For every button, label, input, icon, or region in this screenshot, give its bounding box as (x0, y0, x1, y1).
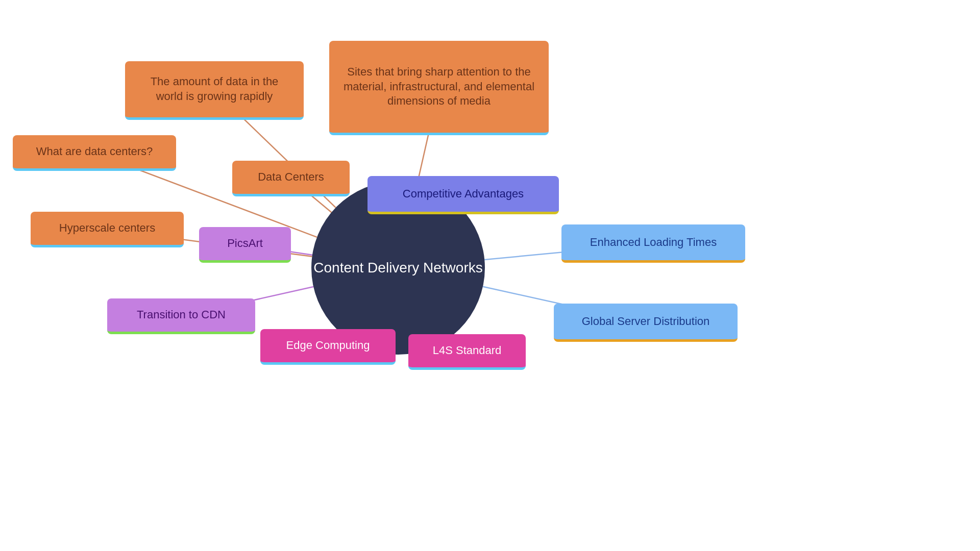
node-data-growing[interactable]: The amount of data in the world is growi… (125, 61, 304, 120)
node-global-server[interactable]: Global Server Distribution (554, 304, 738, 342)
node-transition-cdn[interactable]: Transition to CDN (107, 298, 255, 334)
node-picsart[interactable]: PicsArt (199, 227, 291, 263)
node-data-centers[interactable]: Data Centers (232, 161, 350, 196)
node-hyperscale[interactable]: Hyperscale centers (31, 212, 184, 247)
node-edge-computing[interactable]: Edge Computing (260, 329, 396, 365)
center-label: Content Delivery Networks (313, 260, 482, 276)
node-sites-material[interactable]: Sites that bring sharp attention to the … (329, 41, 549, 135)
node-enhanced-loading[interactable]: Enhanced Loading Times (561, 224, 745, 263)
node-competitive-advantages[interactable]: Competitive Advantages (368, 176, 559, 214)
node-l4s-standard[interactable]: L4S Standard (408, 334, 526, 370)
node-what-are-data-centers[interactable]: What are data centers? (13, 135, 176, 171)
